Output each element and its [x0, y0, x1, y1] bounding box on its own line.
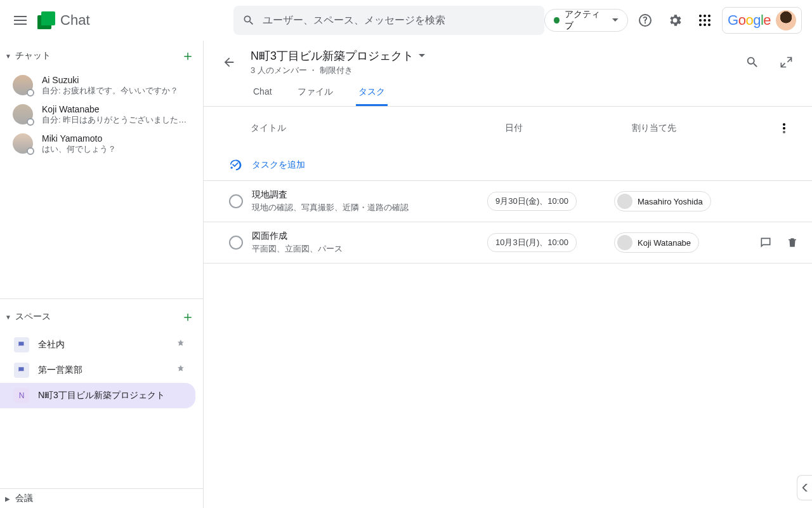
- add-task-icon: [229, 159, 242, 171]
- spaces-section-title: スペース: [15, 311, 176, 323]
- task-title: 現地調査: [252, 189, 487, 201]
- task-columns-header: タイトル 日付 割り当て先: [204, 107, 812, 150]
- svg-point-7: [704, 19, 706, 22]
- assignee-name: Masahiro Yoshida: [638, 197, 703, 206]
- spaces-section-header[interactable]: ▼ スペース ＋: [0, 298, 203, 332]
- forum-icon: [14, 363, 29, 378]
- chat-avatar: [13, 104, 33, 124]
- task-row[interactable]: 現地調査 現地の確認、写真撮影、近隣・道路の確認 9月30日(金)、10:00 …: [204, 181, 812, 222]
- svg-point-4: [704, 15, 706, 17]
- tabs: Chatファイルタスク: [204, 76, 812, 107]
- task-row[interactable]: 図面作成 平面図、立面図、パース 10月3日(月)、10:00 Koji Wat…: [204, 222, 812, 264]
- status-pill[interactable]: アクティブ: [544, 9, 628, 32]
- search-bar[interactable]: [233, 6, 544, 35]
- tab[interactable]: タスク: [356, 81, 388, 106]
- forum-icon: [14, 337, 29, 352]
- pin-icon: [178, 365, 185, 375]
- add-task-button[interactable]: タスクを追加: [204, 150, 812, 181]
- task-delete-button[interactable]: [780, 230, 804, 255]
- task-assignee-chip[interactable]: Masahiro Yoshida: [614, 191, 711, 211]
- arrow-left-icon: [222, 55, 236, 69]
- help-button[interactable]: [633, 8, 658, 33]
- space-name: N町3丁目ビル新築プロジェクト: [38, 390, 185, 401]
- space-item[interactable]: 全社内: [0, 332, 195, 358]
- main-menu-button[interactable]: [5, 5, 35, 36]
- task-date-chip[interactable]: 10月3日(月)、10:00: [487, 233, 577, 252]
- chat-item[interactable]: Miki Yamamoto はい、何でしょう？: [0, 130, 203, 159]
- assignee-avatar: [617, 235, 632, 250]
- chat-preview: 自分: 昨日はありがとうございました…: [42, 114, 187, 126]
- task-date-chip[interactable]: 9月30日(金)、10:00: [487, 192, 577, 211]
- space-title: N町3丁目ビル新築プロジェクト: [251, 48, 414, 64]
- trash-icon: [787, 236, 798, 249]
- chats-section-title: チャット: [15, 50, 176, 62]
- chats-section-header[interactable]: ▼ チャット ＋: [0, 41, 203, 71]
- add-task-label: タスクを追加: [252, 159, 305, 171]
- task-list-menu-button[interactable]: [771, 116, 797, 141]
- assignee-avatar: [617, 194, 632, 209]
- svg-point-5: [708, 15, 710, 17]
- svg-point-12: [783, 123, 785, 126]
- collapse-icon: [780, 56, 793, 69]
- new-space-button[interactable]: ＋: [176, 305, 199, 328]
- chevron-down-icon[interactable]: [419, 54, 425, 58]
- search-in-space-button[interactable]: [740, 50, 765, 75]
- search-icon: [745, 55, 759, 69]
- side-panel-toggle[interactable]: [797, 475, 812, 500]
- chevron-right-icon: ▶: [5, 495, 11, 502]
- chat-preview: 自分: お疲れ様です。今いいですか？: [42, 85, 178, 97]
- svg-point-11: [708, 23, 710, 26]
- meetings-section-title: 会議: [15, 493, 199, 504]
- task-complete-checkbox[interactable]: [229, 236, 243, 250]
- task-complete-checkbox[interactable]: [229, 194, 243, 208]
- chat-item[interactable]: Ai Suzuki 自分: お疲れ様です。今いいですか？: [0, 71, 203, 100]
- chat-avatar: [13, 133, 33, 154]
- collapse-button[interactable]: [774, 50, 799, 75]
- chat-logo-icon: [37, 11, 58, 29]
- assignee-name: Koji Watanabe: [638, 238, 691, 248]
- pin-icon: [178, 340, 185, 350]
- apps-button[interactable]: [692, 8, 717, 33]
- chat-name: Koji Watanabe: [42, 104, 187, 114]
- chat-logo[interactable]: Chat: [37, 11, 89, 29]
- chat-avatar: [13, 75, 33, 95]
- space-item[interactable]: 第一営業部: [0, 358, 195, 383]
- space-subtitle: 3 人のメンバー ・ 制限付き: [251, 65, 731, 76]
- column-date: 日付: [505, 123, 632, 134]
- main-content: N町3丁目ビル新築プロジェクト 3 人のメンバー ・ 制限付き Chatファイル…: [203, 41, 812, 508]
- status-indicator-icon: [27, 118, 34, 126]
- space-item[interactable]: N N町3丁目ビル新築プロジェクト: [0, 383, 195, 408]
- status-indicator-icon: [27, 147, 34, 155]
- app-name: Chat: [60, 12, 89, 29]
- status-dot-icon: [554, 17, 560, 23]
- tab[interactable]: Chat: [251, 81, 275, 106]
- svg-rect-2: [41, 15, 51, 25]
- back-button[interactable]: [216, 50, 242, 75]
- svg-point-3: [699, 15, 702, 17]
- more-vert-icon: [783, 123, 785, 133]
- chat-preview: はい、何でしょう？: [42, 144, 116, 155]
- user-avatar[interactable]: [776, 10, 796, 30]
- apps-grid-icon: [699, 15, 710, 26]
- task-title: 図面作成: [252, 231, 487, 242]
- chat-item[interactable]: Koji Watanabe 自分: 昨日はありがとうございました…: [0, 100, 203, 130]
- task-comment-button[interactable]: [754, 230, 778, 255]
- space-letter-icon: N: [14, 388, 29, 403]
- new-chat-button[interactable]: ＋: [176, 44, 199, 67]
- search-icon: [242, 14, 255, 27]
- comment-icon: [759, 236, 772, 249]
- help-icon: [638, 13, 653, 28]
- meetings-section-header[interactable]: ▶ 会議: [0, 488, 203, 508]
- svg-point-13: [783, 127, 785, 130]
- app-header: Chat アクティブ Google: [0, 0, 812, 41]
- svg-point-10: [704, 23, 706, 26]
- google-account-box[interactable]: Google: [722, 7, 802, 34]
- chevron-left-icon: [802, 484, 808, 491]
- status-indicator-icon: [27, 89, 34, 97]
- search-input[interactable]: [263, 15, 535, 26]
- chevron-down-icon: [612, 18, 619, 22]
- chat-name: Miki Yamamoto: [42, 133, 116, 144]
- settings-button[interactable]: [663, 8, 688, 33]
- task-assignee-chip[interactable]: Koji Watanabe: [614, 232, 699, 253]
- tab[interactable]: ファイル: [295, 81, 336, 106]
